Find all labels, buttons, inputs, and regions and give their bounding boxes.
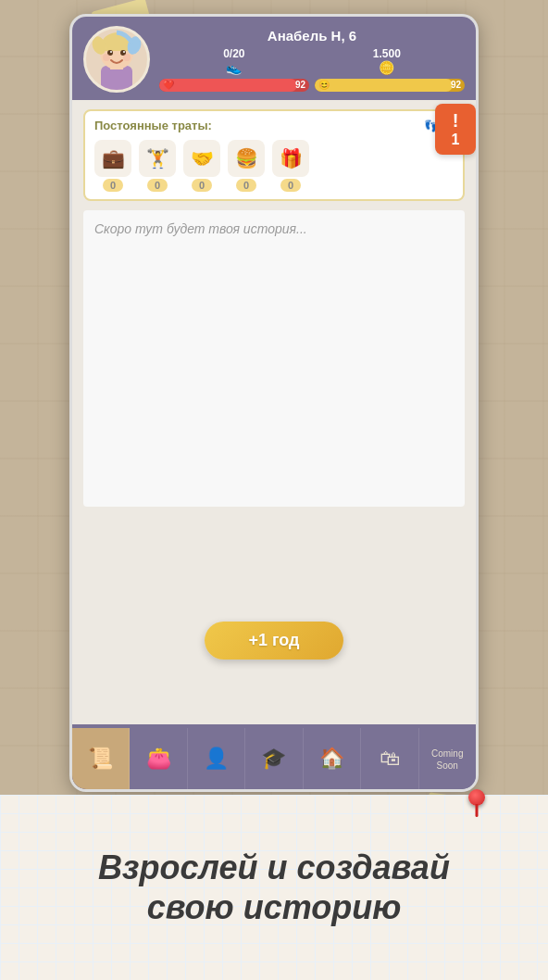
story-placeholder: Скоро тут будет твоя история... bbox=[94, 221, 307, 236]
svg-point-9 bbox=[103, 54, 110, 61]
coming-soon-label: ComingSoon bbox=[431, 748, 463, 772]
expenses-section: Постоянные траты: 👣 20 💼 0 🏋 bbox=[83, 109, 465, 201]
bottom-purple-bar: 📜 👛 👤 🎓 🏠 🛍 ComingSoon bbox=[72, 724, 476, 789]
health-bar-container: ❤️ 92 bbox=[159, 79, 309, 92]
health-bar-fill bbox=[159, 79, 297, 92]
expense-value-social: 0 bbox=[192, 179, 212, 192]
nav-item-home[interactable]: 🏠 bbox=[304, 728, 361, 789]
story-section: Скоро тут будет твоя история... bbox=[83, 210, 465, 507]
mood-bar-container: 😊 92 bbox=[315, 79, 465, 92]
home-icon: 🏠 bbox=[319, 747, 344, 771]
expense-icons-row: 💼 0 🏋 0 🤝 0 🍔 0 bbox=[94, 140, 454, 192]
expenses-title: Постоянные траты: bbox=[94, 119, 212, 132]
history-icon: 📜 bbox=[88, 747, 113, 771]
coins-value: 1.500 bbox=[373, 47, 401, 60]
character-name: Анабель Н, 6 bbox=[159, 28, 465, 44]
wallet-icon: 👛 bbox=[146, 747, 171, 771]
nav-item-profile[interactable]: 👤 bbox=[188, 728, 245, 789]
avatar bbox=[83, 26, 150, 93]
bottom-text-line2: свою историю bbox=[98, 887, 450, 927]
header-bar: Анабель Н, 6 0/20 👟 1.500 🪙 bbox=[72, 17, 476, 100]
shop-icon: 🛍 bbox=[380, 747, 400, 771]
steps-stat: 0/20 👟 bbox=[223, 47, 244, 75]
coins-icon: 🪙 bbox=[379, 60, 394, 75]
svg-point-10 bbox=[123, 54, 131, 61]
year-button-wrap: +1 год bbox=[72, 622, 476, 660]
expense-value-food: 0 bbox=[236, 179, 256, 192]
alert-number: 1 bbox=[452, 132, 460, 148]
phone-frame: Анабель Н, 6 0/20 👟 1.500 🪙 bbox=[69, 14, 479, 792]
avatar-svg bbox=[86, 26, 147, 90]
expense-item-food: 🍔 0 bbox=[228, 140, 265, 192]
expense-icon-social: 🤝 bbox=[183, 140, 220, 177]
alert-symbol: ! bbox=[453, 110, 459, 132]
expenses-header: Постоянные траты: 👣 20 bbox=[94, 119, 454, 132]
health-icon: ❤️ bbox=[163, 80, 174, 90]
expense-item-work: 💼 0 bbox=[94, 140, 131, 192]
nav-item-wallet[interactable]: 👛 bbox=[130, 728, 187, 789]
nav-item-history[interactable]: 📜 bbox=[72, 728, 130, 789]
bottom-text-section: Взрослей и создавай свою историю bbox=[0, 795, 548, 980]
education-icon: 🎓 bbox=[261, 747, 286, 771]
expense-icon-food: 🍔 bbox=[228, 140, 265, 177]
svg-point-8 bbox=[123, 51, 125, 53]
expense-value-gym: 0 bbox=[147, 179, 168, 192]
mood-icon: 😊 bbox=[318, 80, 330, 90]
health-value: 92 bbox=[295, 80, 305, 90]
bottom-text-line1: Взрослей и создавай bbox=[98, 848, 450, 887]
expense-item-gym: 🏋 0 bbox=[139, 140, 176, 192]
year-button[interactable]: +1 год bbox=[205, 622, 344, 660]
expense-item-gift: 🎁 0 bbox=[272, 140, 309, 192]
steps-value: 0/20 bbox=[223, 47, 244, 60]
expense-icon-work: 💼 bbox=[94, 140, 131, 177]
content-padding: Постоянные траты: 👣 20 💼 0 🏋 bbox=[72, 100, 476, 516]
expense-item-social: 🤝 0 bbox=[183, 140, 220, 192]
alert-badge[interactable]: ! 1 bbox=[435, 104, 476, 155]
steps-icon: 👟 bbox=[226, 60, 242, 75]
header-info: Анабель Н, 6 0/20 👟 1.500 🪙 bbox=[159, 28, 465, 92]
stats-row: 0/20 👟 1.500 🪙 bbox=[159, 47, 465, 75]
nav-item-coming-soon[interactable]: ComingSoon bbox=[419, 728, 476, 789]
decorative-pin bbox=[468, 789, 485, 806]
expense-icon-gym: 🏋 bbox=[139, 140, 176, 177]
expense-icon-gift: 🎁 bbox=[272, 140, 309, 177]
coins-stat: 1.500 🪙 bbox=[373, 47, 401, 75]
mood-bar-fill bbox=[315, 79, 453, 92]
bars-row: ❤️ 92 😊 92 bbox=[159, 79, 465, 92]
main-content: Постоянные траты: 👣 20 💼 0 🏋 bbox=[72, 100, 476, 724]
svg-point-7 bbox=[110, 51, 112, 53]
mood-value: 92 bbox=[451, 80, 461, 90]
bottom-text: Взрослей и создавай свою историю bbox=[98, 848, 450, 927]
nav-item-education[interactable]: 🎓 bbox=[245, 728, 303, 789]
phone-inner: Анабель Н, 6 0/20 👟 1.500 🪙 bbox=[72, 17, 476, 789]
expense-value-gift: 0 bbox=[280, 179, 301, 192]
bottom-nav: 📜 👛 👤 🎓 🏠 🛍 ComingSoon bbox=[72, 728, 476, 789]
nav-item-shop[interactable]: 🛍 bbox=[361, 728, 418, 789]
profile-icon: 👤 bbox=[204, 747, 229, 771]
expense-value-work: 0 bbox=[103, 179, 123, 192]
